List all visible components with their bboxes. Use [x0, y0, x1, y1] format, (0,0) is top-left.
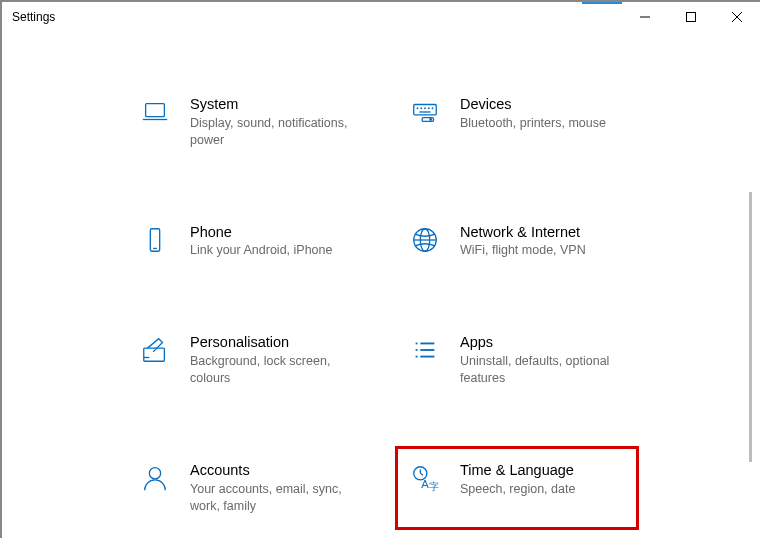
tile-text: PersonalisationBackground, lock screen, …: [190, 333, 355, 387]
maximize-button[interactable]: [668, 2, 714, 32]
tile-devices[interactable]: DevicesBluetooth, printers, mouse: [402, 87, 632, 157]
time-language-icon: A字: [408, 461, 442, 495]
close-button[interactable]: [714, 2, 760, 32]
close-icon: [732, 12, 742, 22]
tile-text: Network & InternetWiFi, flight mode, VPN: [460, 223, 586, 260]
person-icon: [138, 461, 172, 495]
laptop-icon: [138, 95, 172, 129]
minimize-button[interactable]: [622, 2, 668, 32]
tile-text: SystemDisplay, sound, notifications, pow…: [190, 95, 355, 149]
window-controls: [622, 2, 760, 32]
tile-title: Personalisation: [190, 333, 355, 352]
tile-personalisation[interactable]: PersonalisationBackground, lock screen, …: [132, 325, 362, 395]
tile-desc: Your accounts, email, sync, work, family: [190, 481, 355, 515]
tile-text: AppsUninstall, defaults, optional featur…: [460, 333, 625, 387]
minimize-icon: [640, 12, 650, 22]
svg-text:字: 字: [429, 481, 439, 492]
tile-desc: Background, lock screen, colours: [190, 353, 355, 387]
svg-rect-4: [146, 104, 165, 117]
tile-text: AccountsYour accounts, email, sync, work…: [190, 461, 355, 515]
tile-text: PhoneLink your Android, iPhone: [190, 223, 332, 260]
tile-title: Network & Internet: [460, 223, 586, 242]
globe-icon: [408, 223, 442, 257]
tile-title: Apps: [460, 333, 625, 352]
svg-rect-1: [687, 13, 696, 22]
tile-system[interactable]: SystemDisplay, sound, notifications, pow…: [132, 87, 362, 157]
content-area: SystemDisplay, sound, notifications, pow…: [2, 32, 752, 538]
svg-point-28: [149, 468, 160, 479]
tile-accounts[interactable]: AccountsYour accounts, email, sync, work…: [132, 453, 362, 523]
tile-title: System: [190, 95, 355, 114]
list-icon: [408, 333, 442, 367]
tile-phone[interactable]: PhoneLink your Android, iPhone: [132, 215, 362, 268]
tile-desc: WiFi, flight mode, VPN: [460, 242, 586, 259]
phone-icon: [138, 223, 172, 257]
scrollbar[interactable]: [749, 192, 752, 462]
tile-title: Devices: [460, 95, 606, 114]
tile-desc: Link your Android, iPhone: [190, 242, 332, 259]
tile-desc: Display, sound, notifications, power: [190, 115, 355, 149]
keyboard-icon: [408, 95, 442, 129]
svg-rect-6: [414, 105, 437, 115]
paintbrush-icon: [138, 333, 172, 367]
tile-title: Accounts: [190, 461, 355, 480]
settings-grid: SystemDisplay, sound, notifications, pow…: [2, 32, 752, 538]
tile-title: Phone: [190, 223, 332, 242]
tile-desc: Bluetooth, printers, mouse: [460, 115, 606, 132]
titlebar: Settings: [2, 2, 760, 32]
window-title: Settings: [2, 10, 55, 24]
tile-network[interactable]: Network & InternetWiFi, flight mode, VPN: [402, 215, 632, 268]
accent-strip: [582, 2, 622, 4]
tile-text: Time & LanguageSpeech, region, date: [460, 461, 575, 498]
tile-apps[interactable]: AppsUninstall, defaults, optional featur…: [402, 325, 632, 395]
tile-desc: Speech, region, date: [460, 481, 575, 498]
tile-text: DevicesBluetooth, printers, mouse: [460, 95, 606, 132]
svg-line-31: [420, 473, 423, 475]
tile-title: Time & Language: [460, 461, 575, 480]
tile-time-language[interactable]: A字Time & LanguageSpeech, region, date: [395, 446, 639, 530]
maximize-icon: [686, 12, 696, 22]
tile-desc: Uninstall, defaults, optional features: [460, 353, 625, 387]
svg-point-14: [430, 119, 432, 121]
